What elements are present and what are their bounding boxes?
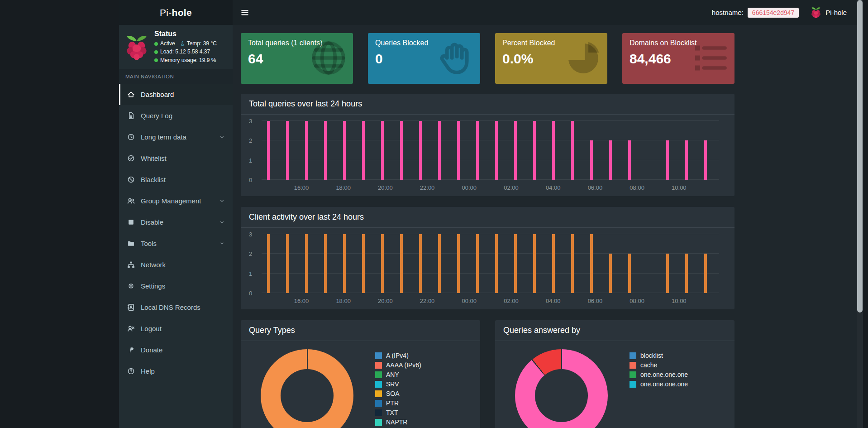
chart-bar	[343, 234, 346, 293]
legend-label: ANY	[386, 371, 399, 378]
sidebar-item-dashboard[interactable]: Dashboard	[119, 84, 233, 105]
query-types-donut	[261, 349, 353, 428]
sidebar-item-label: Network	[141, 261, 166, 269]
legend-item-soa[interactable]: SOA	[375, 390, 421, 397]
client-activity-chart: 321016:0018:0020:0022:0000:0002:0004:000…	[262, 234, 719, 293]
chart-bar	[381, 121, 384, 180]
sidebar-item-label: Blacklist	[141, 176, 166, 183]
chart-bar	[590, 140, 593, 180]
sidebar: Status ActiveTemp: 39 °CLoad: 5.12 5.58 …	[119, 25, 233, 428]
chart-bar	[514, 121, 517, 180]
legend-swatch	[375, 409, 382, 416]
sidebar-item-label: Settings	[141, 282, 165, 290]
legend-item-naptr[interactable]: NAPTR	[375, 418, 421, 426]
sidebar-item-logout[interactable]: Logout	[119, 318, 233, 339]
legend-item-aaaa-ipv6[interactable]: AAAA (IPv6)	[375, 361, 421, 369]
legend-label: one.one.one.one	[640, 380, 688, 388]
chart-bar	[685, 254, 688, 293]
navbar-brand-text: Pi-hole	[825, 9, 847, 16]
stat-card-queries-blocked: Queries Blocked0	[368, 33, 480, 84]
legend-item-cache[interactable]: cache	[630, 361, 688, 369]
chevron-down-icon	[217, 134, 226, 140]
sidebar-item-network[interactable]: Network	[119, 254, 233, 275]
legend-item-one-one-one-one[interactable]: one.one.one.one	[630, 371, 688, 378]
gears-icon	[126, 282, 135, 290]
pihole-logo-icon	[811, 6, 821, 19]
y-axis-tick: 1	[249, 270, 252, 277]
sidebar-item-label: Tools	[141, 240, 157, 247]
legend-label: PTR	[386, 399, 399, 407]
y-axis-tick: 2	[249, 250, 252, 257]
legend-item-blocklist[interactable]: blocklist	[630, 352, 688, 359]
sidebar-item-label: Help	[141, 367, 155, 375]
status-item: Memory usage: 19.9 %	[154, 57, 216, 64]
legend-item-ptr[interactable]: PTR	[375, 399, 421, 407]
legend-item-any[interactable]: ANY	[375, 371, 421, 378]
globe-icon	[309, 38, 348, 80]
chart-bar	[457, 234, 460, 293]
total-queries-chart: 321016:0018:0020:0022:0000:0002:0004:000…	[262, 121, 719, 180]
question-circle-icon	[126, 367, 135, 375]
sidebar-item-query-log[interactable]: Query Log	[119, 105, 233, 126]
status-item: Load: 5.12 5.58 4.37	[154, 48, 210, 56]
panel-body: 321016:0018:0020:0022:0000:0002:0004:000…	[241, 115, 734, 196]
sidebar-item-local-dns-records[interactable]: Local DNS Records	[119, 297, 233, 318]
queries-answered-legend: blocklistcacheone.one.one.oneone.one.one…	[630, 349, 688, 388]
check-circle-icon	[126, 154, 135, 162]
x-axis-tick: 16:00	[294, 298, 309, 304]
chart-bar	[685, 140, 688, 180]
x-axis-tick: 16:00	[294, 184, 309, 191]
chart-bar	[666, 140, 669, 180]
sidebar-item-settings[interactable]: Settings	[119, 275, 233, 297]
legend-item-txt[interactable]: TXT	[375, 409, 421, 416]
chart-bar	[571, 121, 574, 180]
sidebar-toggle-button[interactable]	[233, 0, 257, 25]
legend-label: NAPTR	[386, 418, 407, 426]
chart-bar	[476, 234, 479, 293]
legend-swatch	[375, 362, 382, 369]
panel-body: blocklistcacheone.one.one.oneone.one.one…	[495, 341, 734, 428]
legend-item-a-ipv4[interactable]: A (IPv4)	[375, 352, 421, 359]
chart-bar	[381, 234, 384, 293]
sidebar-item-donate[interactable]: Donate	[119, 339, 233, 361]
sidebar-item-tools[interactable]: Tools	[119, 233, 233, 254]
legend-swatch	[375, 371, 382, 378]
sidebar-item-disable[interactable]: Disable	[119, 212, 233, 233]
panel-title: Client activity over last 24 hours	[249, 212, 364, 221]
status-lines: ActiveTemp: 39 °CLoad: 5.12 5.58 4.37Mem…	[154, 40, 227, 64]
sidebar-item-blacklist[interactable]: Blacklist	[119, 169, 233, 190]
y-axis-tick: 2	[249, 137, 252, 144]
legend-item-srv[interactable]: SRV	[375, 380, 421, 388]
sidebar-item-label: Long term data	[141, 133, 186, 141]
navbar-main: hostname: 666154e2d947 Pi-hole	[233, 0, 857, 25]
chevron-down-icon	[217, 240, 226, 246]
hostname-badge: 666154e2d947	[748, 8, 799, 18]
x-axis-tick: 10:00	[672, 298, 687, 304]
status-dot-icon	[154, 58, 158, 62]
x-axis-tick: 04:00	[546, 184, 561, 191]
sidebar-item-long-term-data[interactable]: Long term data	[119, 126, 233, 148]
sidebar-item-help[interactable]: Help	[119, 361, 233, 382]
chart-bar	[324, 234, 327, 293]
chart-bar	[419, 121, 422, 180]
sidebar-item-group-management[interactable]: Group Management	[119, 190, 233, 212]
chart-bar	[267, 234, 270, 293]
y-axis-tick: 0	[249, 290, 252, 297]
scrollbar-thumb[interactable]	[857, 0, 863, 313]
x-axis-tick: 06:00	[588, 298, 603, 304]
scrollbar-track[interactable]	[857, 0, 863, 428]
legend-swatch	[375, 419, 382, 426]
chart-bar	[514, 234, 517, 293]
chart-bar	[495, 234, 498, 293]
brand-link[interactable]: Pi-hole	[119, 0, 233, 25]
folder-icon	[126, 240, 135, 247]
chart-bar	[305, 121, 308, 180]
status-dot-icon	[154, 42, 158, 46]
sidebar-item-whitelist[interactable]: Whitelist	[119, 148, 233, 169]
sidebar-item-label: Dashboard	[141, 91, 174, 98]
status-panel: Status ActiveTemp: 39 °CLoad: 5.12 5.58 …	[119, 25, 233, 69]
chart-bar	[305, 234, 308, 293]
chart-bar	[533, 121, 536, 180]
legend-item-one-one-one-one[interactable]: one.one.one.one	[630, 380, 688, 388]
x-axis-tick: 18:00	[336, 298, 351, 304]
